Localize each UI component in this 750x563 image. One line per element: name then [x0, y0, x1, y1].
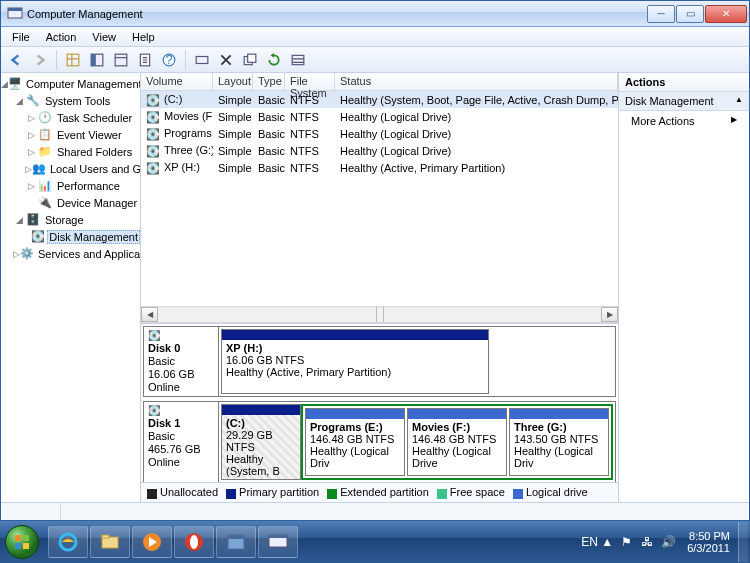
delete-icon[interactable]	[215, 49, 237, 71]
svg-rect-16	[23, 543, 29, 549]
tray-chevron-icon[interactable]: ▲	[601, 535, 617, 549]
tray-network-icon[interactable]: 🖧	[641, 535, 657, 549]
task-app[interactable]	[216, 526, 256, 558]
volume-row[interactable]: 💽Programs (E:)SimpleBasicNTFSHealthy (Lo…	[141, 125, 618, 142]
part-status: Healthy (System, B	[226, 453, 296, 477]
menu-file[interactable]: File	[5, 29, 37, 45]
disk-1-row[interactable]: 💽 Disk 1 Basic 465.76 GB Online (C:) 29.…	[143, 401, 616, 482]
tree-root[interactable]: Computer Management (Local	[24, 78, 141, 90]
system-tray[interactable]: EN ▲ ⚑ 🖧 🔊 8:50 PM 6/3/2011	[579, 521, 750, 563]
tray-flag-icon[interactable]: ⚑	[621, 535, 637, 549]
part-name: Programs (E:)	[310, 421, 400, 433]
disk-1-header[interactable]: 💽 Disk 1 Basic 465.76 GB Online	[144, 402, 219, 482]
volume-row[interactable]: 💽Movies (F:)SimpleBasicNTFSHealthy (Logi…	[141, 108, 618, 125]
forward-button[interactable]	[29, 49, 51, 71]
tree-system-tools[interactable]: System Tools	[43, 95, 112, 107]
volume-row[interactable]: 💽Three (G:)SimpleBasicNTFSHealthy (Logic…	[141, 142, 618, 159]
toolbar-icon[interactable]	[239, 49, 261, 71]
task-compmgmt[interactable]	[258, 526, 298, 558]
perf-icon: 📊	[37, 178, 53, 194]
partition-xp-h[interactable]: XP (H:) 16.06 GB NTFS Healthy (Active, P…	[221, 329, 489, 394]
tree-local-users[interactable]: Local Users and Groups	[48, 163, 141, 175]
show-desktop-button[interactable]	[738, 522, 748, 562]
col-filesystem[interactable]: File System	[285, 73, 335, 90]
minimize-button[interactable]: ─	[647, 5, 675, 23]
properties-button[interactable]	[134, 49, 156, 71]
volume-row[interactable]: 💽(C:)SimpleBasicNTFSHealthy (System, Boo…	[141, 91, 618, 108]
legend-free: Free space	[450, 486, 505, 498]
horizontal-scrollbar[interactable]: ◀ ▶	[141, 306, 618, 323]
tree-performance[interactable]: Performance	[55, 180, 122, 192]
col-status[interactable]: Status	[335, 73, 618, 90]
volume-row[interactable]: 💽XP (H:)SimpleBasicNTFSHealthy (Active, …	[141, 159, 618, 176]
scroll-right-button[interactable]: ▶	[601, 307, 618, 322]
col-volume[interactable]: Volume	[141, 73, 213, 90]
disk-size: 465.76 GB	[148, 443, 214, 455]
back-button[interactable]	[5, 49, 27, 71]
partition-c[interactable]: (C:) 29.29 GB NTFS Healthy (System, B	[221, 404, 301, 480]
tree-shared-folders[interactable]: Shared Folders	[55, 146, 134, 158]
toolbar-icon[interactable]	[287, 49, 309, 71]
menu-bar: File Action View Help	[1, 27, 749, 47]
start-button[interactable]	[0, 521, 44, 563]
actions-pane: Actions Disk Management▲ More Actions▶	[619, 73, 749, 502]
partition-three-g[interactable]: Three (G:) 143.50 GB NTFS Healthy (Logic…	[509, 408, 609, 476]
tree-task-scheduler[interactable]: Task Scheduler	[55, 112, 134, 124]
tree-services[interactable]: Services and Applications	[36, 248, 141, 260]
app-icon	[7, 6, 23, 22]
disk-status: Online	[148, 456, 214, 468]
close-button[interactable]: ✕	[705, 5, 747, 23]
disk-graphical-view[interactable]: 💽 Disk 0 Basic 16.06 GB Online XP (H:) 1…	[141, 324, 618, 482]
toolbar-icon[interactable]	[62, 49, 84, 71]
task-opera[interactable]	[174, 526, 214, 558]
partition-movies-f[interactable]: Movies (F:) 146.48 GB NTFS Healthy (Logi…	[407, 408, 507, 476]
volume-list[interactable]: Volume Layout Type File System Status 💽(…	[141, 73, 618, 324]
part-status: Healthy (Logical Driv	[514, 445, 604, 469]
tray-clock[interactable]: 8:50 PM 6/3/2011	[679, 530, 738, 554]
part-status: Healthy (Logical Driv	[310, 445, 400, 469]
disk-0-row[interactable]: 💽 Disk 0 Basic 16.06 GB Online XP (H:) 1…	[143, 326, 616, 397]
tray-volume-icon[interactable]: 🔊	[661, 535, 677, 549]
toolbar-icon[interactable]	[191, 49, 213, 71]
maximize-button[interactable]: ▭	[676, 5, 704, 23]
center-pane: Volume Layout Type File System Status 💽(…	[141, 73, 619, 502]
svg-rect-15	[15, 543, 21, 549]
col-type[interactable]: Type	[253, 73, 285, 90]
tree-storage[interactable]: Storage	[43, 214, 86, 226]
disk-0-header[interactable]: 💽 Disk 0 Basic 16.06 GB Online	[144, 327, 219, 396]
part-size: 16.06 GB NTFS	[226, 354, 484, 366]
scroll-left-button[interactable]: ◀	[141, 307, 158, 322]
tray-lang[interactable]: EN	[581, 535, 597, 549]
task-explorer[interactable]	[90, 526, 130, 558]
window-title: Computer Management	[27, 8, 646, 20]
tree-event-viewer[interactable]: Event Viewer	[55, 129, 124, 141]
services-icon: ⚙️	[20, 246, 34, 262]
svg-rect-5	[115, 54, 127, 66]
svg-rect-12	[292, 55, 304, 64]
tree-device-manager[interactable]: Device Manager	[55, 197, 139, 209]
toolbar-icon[interactable]	[110, 49, 132, 71]
svg-rect-14	[23, 535, 29, 541]
svg-rect-18	[102, 537, 118, 548]
partition-programs-e[interactable]: Programs (E:) 146.48 GB NTFS Healthy (Lo…	[305, 408, 405, 476]
menu-view[interactable]: View	[85, 29, 123, 45]
actions-section[interactable]: Disk Management▲	[619, 92, 749, 111]
tree-disk-management[interactable]: Disk Management	[47, 230, 140, 244]
task-wmp[interactable]	[132, 526, 172, 558]
legend-unallocated: Unallocated	[160, 486, 218, 498]
tray-time: 8:50 PM	[687, 530, 730, 542]
menu-help[interactable]: Help	[125, 29, 162, 45]
volume-header: Volume Layout Type File System Status	[141, 73, 618, 91]
help-button[interactable]: ?	[158, 49, 180, 71]
menu-action[interactable]: Action	[39, 29, 84, 45]
svg-rect-1	[8, 8, 22, 11]
col-layout[interactable]: Layout	[213, 73, 253, 90]
extended-partition[interactable]: Programs (E:) 146.48 GB NTFS Healthy (Lo…	[301, 404, 613, 480]
title-bar[interactable]: Computer Management ─ ▭ ✕	[1, 1, 749, 27]
taskbar[interactable]: EN ▲ ⚑ 🖧 🔊 8:50 PM 6/3/2011	[0, 521, 750, 563]
refresh-icon[interactable]	[263, 49, 285, 71]
task-ie[interactable]	[48, 526, 88, 558]
navigation-tree[interactable]: ◢🖥️Computer Management (Local ◢🔧System T…	[1, 73, 141, 502]
actions-more[interactable]: More Actions▶	[619, 111, 749, 131]
toolbar-icon[interactable]	[86, 49, 108, 71]
